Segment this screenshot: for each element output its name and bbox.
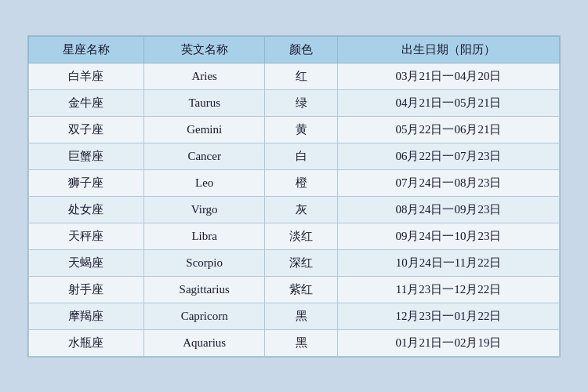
cell-color: 紫红	[265, 276, 338, 303]
cell-english-name: Taurus	[143, 89, 265, 116]
cell-english-name: Scorpio	[143, 249, 265, 276]
header-chinese-name: 星座名称	[29, 36, 144, 63]
cell-english-name: Aries	[143, 63, 265, 89]
cell-english-name: Cancer	[143, 143, 265, 169]
cell-dates: 10月24日一11月22日	[337, 249, 559, 276]
cell-dates: 09月24日一10月23日	[337, 223, 559, 249]
table-row: 狮子座Leo橙07月24日一08月23日	[29, 169, 560, 196]
table-row: 天秤座Libra淡红09月24日一10月23日	[29, 223, 560, 249]
zodiac-table-container: 星座名称 英文名称 颜色 出生日期（阳历） 白羊座Aries红03月21日一04…	[27, 35, 561, 358]
cell-dates: 12月23日一01月22日	[337, 303, 559, 329]
cell-english-name: Capricorn	[143, 303, 265, 329]
table-row: 双子座Gemini黄05月22日一06月21日	[29, 116, 560, 143]
table-row: 处女座Virgo灰08月24日一09月23日	[29, 196, 560, 223]
cell-english-name: Leo	[143, 169, 265, 196]
cell-chinese-name: 巨蟹座	[29, 143, 144, 169]
cell-dates: 06月22日一07月23日	[337, 143, 559, 169]
cell-chinese-name: 处女座	[29, 196, 144, 223]
cell-dates: 07月24日一08月23日	[337, 169, 559, 196]
cell-chinese-name: 狮子座	[29, 169, 144, 196]
header-dates: 出生日期（阳历）	[337, 36, 559, 63]
cell-color: 黄	[265, 116, 338, 143]
cell-color: 红	[265, 63, 338, 89]
cell-dates: 01月21日一02月19日	[337, 329, 559, 356]
table-row: 金牛座Taurus绿04月21日一05月21日	[29, 89, 560, 116]
cell-color: 黑	[265, 303, 338, 329]
cell-chinese-name: 白羊座	[29, 63, 144, 89]
cell-chinese-name: 水瓶座	[29, 329, 144, 356]
cell-dates: 05月22日一06月21日	[337, 116, 559, 143]
cell-color: 深红	[265, 249, 338, 276]
cell-english-name: Libra	[143, 223, 265, 249]
table-row: 水瓶座Aquarius黑01月21日一02月19日	[29, 329, 560, 356]
header-english-name: 英文名称	[143, 36, 265, 63]
cell-chinese-name: 双子座	[29, 116, 144, 143]
cell-color: 橙	[265, 169, 338, 196]
table-body: 白羊座Aries红03月21日一04月20日金牛座Taurus绿04月21日一0…	[29, 63, 560, 356]
cell-english-name: Sagittarius	[143, 276, 265, 303]
cell-chinese-name: 射手座	[29, 276, 144, 303]
cell-chinese-name: 天秤座	[29, 223, 144, 249]
cell-english-name: Gemini	[143, 116, 265, 143]
cell-color: 绿	[265, 89, 338, 116]
table-header-row: 星座名称 英文名称 颜色 出生日期（阳历）	[29, 36, 560, 63]
cell-color: 灰	[265, 196, 338, 223]
table-row: 白羊座Aries红03月21日一04月20日	[29, 63, 560, 89]
cell-dates: 04月21日一05月21日	[337, 89, 559, 116]
table-row: 巨蟹座Cancer白06月22日一07月23日	[29, 143, 560, 169]
cell-dates: 11月23日一12月22日	[337, 276, 559, 303]
cell-color: 白	[265, 143, 338, 169]
cell-color: 淡红	[265, 223, 338, 249]
table-row: 天蝎座Scorpio深红10月24日一11月22日	[29, 249, 560, 276]
header-color: 颜色	[265, 36, 338, 63]
cell-chinese-name: 金牛座	[29, 89, 144, 116]
cell-dates: 08月24日一09月23日	[337, 196, 559, 223]
cell-chinese-name: 摩羯座	[29, 303, 144, 329]
cell-english-name: Aquarius	[143, 329, 265, 356]
cell-color: 黑	[265, 329, 338, 356]
cell-chinese-name: 天蝎座	[29, 249, 144, 276]
table-row: 射手座Sagittarius紫红11月23日一12月22日	[29, 276, 560, 303]
table-row: 摩羯座Capricorn黑12月23日一01月22日	[29, 303, 560, 329]
zodiac-table: 星座名称 英文名称 颜色 出生日期（阳历） 白羊座Aries红03月21日一04…	[28, 36, 560, 357]
cell-english-name: Virgo	[143, 196, 265, 223]
cell-dates: 03月21日一04月20日	[337, 63, 559, 89]
